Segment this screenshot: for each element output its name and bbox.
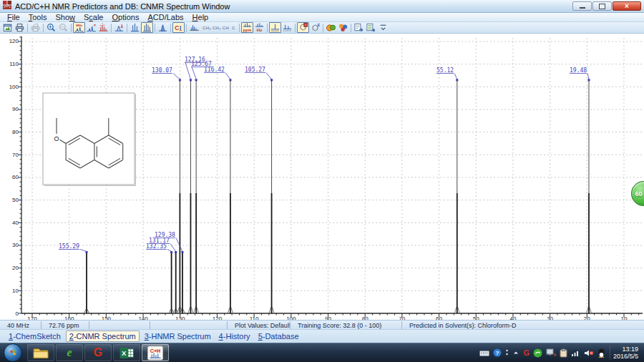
zoom-in-button[interactable]: [45, 22, 57, 33]
status-segment-0: 40 MHz: [0, 321, 42, 329]
svg-text:80: 80: [12, 129, 19, 135]
show-sticks-button[interactable]: [129, 22, 141, 33]
menu-help[interactable]: Help: [188, 13, 213, 21]
svg-text:Hz: Hz: [256, 27, 261, 32]
assign-from-structure-button[interactable]: C: [297, 22, 309, 33]
peak-labels: 155.29132.35131.17130.07129.38127.16125.…: [59, 57, 589, 251]
tray-g-mini-icon[interactable]: G: [523, 348, 530, 357]
status-segment-4: Plot Values: Default: [228, 321, 291, 329]
tray-clipboard-icon[interactable]: [560, 348, 567, 358]
tab-chemsketch[interactable]: 1-ChemSketch: [6, 331, 64, 341]
copy-table-icon: [366, 22, 376, 33]
status-segment-5: Training Score: 32.8 (0 - 100): [291, 321, 402, 329]
taskbar-clock[interactable]: 13:19 2016/5/5: [610, 346, 644, 360]
svg-text:10: 10: [12, 288, 19, 294]
screen: ACD/C+H NMR Predictors and DB: CNMR Spec…: [0, 0, 644, 362]
window-title: ACD/C+H NMR Predictors and DB: CNMR Spec…: [15, 2, 572, 11]
menu-tools[interactable]: Tools: [24, 13, 52, 21]
status-segment-3: [150, 321, 228, 329]
tray-qq-icon[interactable]: [597, 348, 605, 358]
copy-spectrum-button[interactable]: [353, 22, 365, 33]
minimize-button[interactable]: [572, 1, 592, 11]
tray-handle-dots-icon[interactable]: [505, 348, 509, 357]
zoom-out-button[interactable]: [57, 22, 69, 33]
status-segment-1: 72.76 ppm: [42, 321, 89, 329]
tray-show-hidden-icon[interactable]: [512, 349, 519, 356]
svg-text:132.35: 132.35: [146, 243, 167, 250]
spectrum-chart[interactable]: 1701601501401301201101009080706050403020…: [0, 34, 644, 320]
color-atoms-icon: [338, 22, 348, 33]
menu-show[interactable]: Show: [51, 13, 79, 21]
svg-text:55.12: 55.12: [436, 67, 454, 74]
taskbar-app-browser-e[interactable]: e: [56, 344, 83, 361]
new-document-button[interactable]: [1, 22, 14, 33]
ch-groups-label: CH₃ CH₂ CH C: [203, 26, 235, 30]
svg-text:50: 50: [12, 197, 19, 203]
taskbar-app-cnmr-app[interactable]: C+H: [142, 344, 169, 361]
carbon-assignments-button[interactable]: CI: [172, 22, 185, 33]
taskbar-app-browser-g[interactable]: G: [84, 344, 112, 361]
zoom-in-icon: [46, 22, 57, 33]
show-peak-lines-button[interactable]: [97, 22, 109, 33]
edit-structure-button[interactable]: E: [309, 22, 321, 33]
minimize-icon: [580, 7, 585, 9]
tab-hnmr-spectrum[interactable]: 3-HNMR Spectrum: [142, 331, 214, 341]
toolbar-separator: [351, 24, 351, 32]
svg-text:70: 70: [399, 315, 405, 320]
toolbar-options-button[interactable]: [377, 22, 389, 33]
show-tick-marks-button[interactable]: [281, 22, 293, 33]
svg-text:110: 110: [9, 61, 19, 67]
toolbar-separator: [170, 24, 171, 32]
ch-groups-button[interactable]: CH₃ CH₂ CH C: [200, 22, 238, 33]
taskbar-app-explorer[interactable]: [27, 344, 54, 361]
show-baseline-button[interactable]: [269, 22, 281, 33]
show-full-spectrum-icon: MHz: [74, 22, 84, 33]
tab-cnmr-spectrum[interactable]: 2-CNMR Spectrum: [66, 331, 140, 342]
show-expansion-button[interactable]: ×: [85, 22, 97, 33]
taskbar-app-excel[interactable]: X: [113, 344, 140, 361]
menu-scale[interactable]: Scale: [79, 13, 108, 21]
show-integrals-button[interactable]: [157, 22, 169, 33]
units-hz-button[interactable]: Hz: [253, 22, 265, 33]
svg-text:50: 50: [473, 315, 479, 320]
tab-history[interactable]: 4-History: [216, 331, 253, 341]
show-full-spectrum-button[interactable]: MHz: [73, 22, 85, 33]
print-icon: [14, 22, 25, 33]
tab-database[interactable]: 5-Database: [255, 331, 302, 341]
carbon-assignments-icon: CI: [173, 22, 184, 33]
menu-acdlabs[interactable]: ACD/Labs: [143, 13, 187, 21]
tray-keyboard-icon[interactable]: [479, 349, 489, 357]
svg-text:E: E: [317, 23, 320, 27]
menu-options[interactable]: Options: [108, 13, 144, 21]
svg-text:40: 40: [509, 315, 516, 320]
menu-file[interactable]: File: [3, 13, 24, 21]
show-peak-lines-icon: [98, 22, 109, 33]
svg-text:?: ?: [496, 350, 499, 356]
tray-network-error-icon[interactable]: x: [546, 348, 556, 357]
color-atoms-button[interactable]: [337, 22, 349, 33]
show-multiplets-icon: [189, 22, 200, 33]
units-ppm-button[interactable]: ppm: [241, 22, 253, 33]
tray-help-icon[interactable]: ?: [493, 348, 502, 357]
plot-area: 1701601501401301201101009080706050403020…: [0, 34, 644, 320]
show-lorentzian-button[interactable]: [141, 22, 153, 33]
print-button[interactable]: [14, 22, 26, 33]
tray-signal-icon[interactable]: [571, 349, 580, 357]
close-button[interactable]: ×: [613, 1, 641, 11]
show-tick-marks-icon: [282, 22, 293, 33]
structure-box: O: [43, 93, 136, 186]
restore-button[interactable]: [592, 1, 612, 11]
svg-text:20: 20: [584, 315, 590, 320]
print-report-button[interactable]: [29, 22, 42, 33]
copy-table-button[interactable]: [365, 22, 377, 33]
toolbar-separator: [71, 24, 72, 32]
peak-picking-button[interactable]: [113, 22, 125, 33]
show-multiplets-button[interactable]: [188, 22, 200, 33]
peaks[interactable]: [83, 79, 592, 313]
tray-volume-muted-icon[interactable]: [584, 349, 594, 357]
show-atoms-button[interactable]: [325, 22, 337, 33]
toolbar-separator: [43, 24, 44, 32]
tray-green-ball-icon[interactable]: [533, 348, 542, 358]
start-button[interactable]: [4, 343, 22, 362]
overlay-badge: 60: [635, 190, 642, 197]
